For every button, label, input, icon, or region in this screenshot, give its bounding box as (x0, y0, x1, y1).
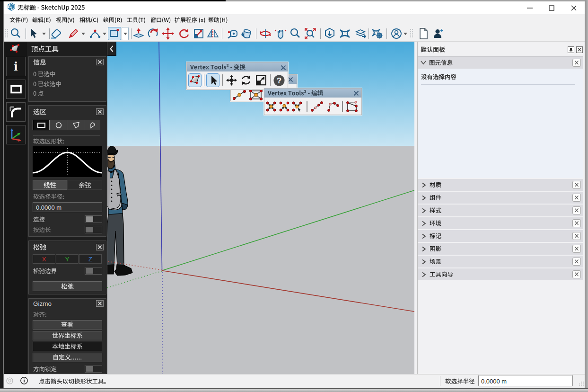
svg-text:i: i (14, 59, 18, 73)
svg-text:?: ? (277, 76, 281, 85)
